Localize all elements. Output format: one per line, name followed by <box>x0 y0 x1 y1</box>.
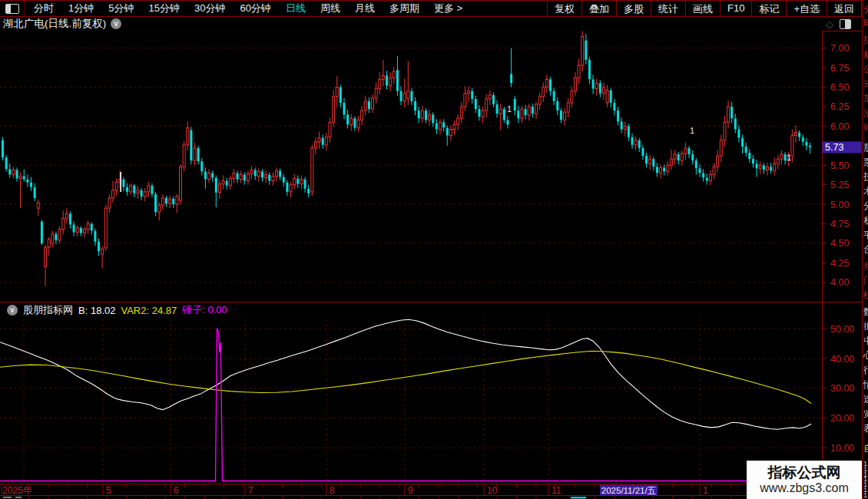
clipped-text-fragment: 术 <box>863 187 868 196</box>
right-side-panel-edge[interactable]: 分时指标公式加油站股票技术分析平台热门榜数据中心行情速览表自1111111 <box>862 0 868 499</box>
svg-text:50.00: 50.00 <box>830 324 854 335</box>
clipped-text-fragment: 油 <box>863 108 868 117</box>
svg-text:7: 7 <box>248 485 253 496</box>
period-tab[interactable]: 周线 <box>320 2 340 15</box>
toolbar-button[interactable]: F10 <box>720 1 751 16</box>
toolbar-button[interactable]: 标记 <box>751 1 786 16</box>
period-tab[interactable]: 1分钟 <box>68 2 94 15</box>
indicator-value-var2: VAR2: 24.87 <box>121 305 177 316</box>
clipped-text-fragment: 标 <box>863 50 868 59</box>
toolbar-button[interactable]: +自选 <box>786 1 827 16</box>
svg-text:1: 1 <box>787 153 791 162</box>
panes-icon <box>5 4 19 14</box>
toolbar-button[interactable]: 复权 <box>547 1 581 16</box>
period-tab[interactable]: 5分钟 <box>108 2 134 15</box>
main-chart-panel[interactable] <box>0 31 822 302</box>
svg-text:1: 1 <box>703 485 708 496</box>
toolbar-button[interactable]: 画线 <box>685 1 720 16</box>
clipped-text-fragment: 时 <box>863 18 868 28</box>
layout-toggle-button[interactable] <box>0 1 25 16</box>
corner-icons: ◇ <box>826 19 862 29</box>
svg-text:4.25: 4.25 <box>830 258 849 269</box>
toolbar-button[interactable]: 叠加 <box>581 1 616 16</box>
svg-text:20.00: 20.00 <box>830 413 854 424</box>
svg-text:4.50: 4.50 <box>830 238 849 249</box>
chevron-down-icon[interactable]: ∨ <box>111 18 121 29</box>
clipped-text-fragment: 票 <box>863 157 868 167</box>
svg-text:6.25: 6.25 <box>830 101 849 112</box>
date-axis: 2025年56789101112025/11/21/五 <box>2 484 809 496</box>
price-axis: 7.006.756.506.256.005.755.505.255.004.75… <box>822 43 862 288</box>
panel-layout-icon[interactable] <box>840 19 851 29</box>
clipped-text-fragment: 中 <box>863 336 868 345</box>
chart-title: 湖北广电(日线.前复权) <box>0 17 106 31</box>
period-tab[interactable]: 60分钟 <box>240 2 270 15</box>
clipped-text-fragment: 加 <box>863 94 868 103</box>
indicator-axis: 50.0040.0030.0020.0010.00 <box>822 324 854 454</box>
clipped-text-fragment: 式 <box>863 79 868 88</box>
bottom-cutoff-row <box>3 497 848 499</box>
toolbar-button[interactable]: 统计 <box>651 1 685 16</box>
clipped-text-fragment: 据 <box>863 322 868 331</box>
watermark: 指标公式网 www.zbgs3.com <box>747 461 862 499</box>
clipped-text-fragment: 分 <box>863 201 868 210</box>
clipped-text-fragment: 情 <box>863 380 868 389</box>
svg-text:1: 1 <box>507 104 512 114</box>
svg-text:6.50: 6.50 <box>830 82 849 93</box>
period-tab[interactable]: 更多 > <box>434 2 462 15</box>
clipped-text-fragment: 技 <box>863 172 868 181</box>
period-tab[interactable]: 分时 <box>34 2 54 15</box>
period-tab[interactable]: 多周期 <box>389 2 419 15</box>
svg-text:5.50: 5.50 <box>830 160 849 171</box>
chart-canvas[interactable]: 1117.006.756.506.256.005.755.505.255.004… <box>0 0 868 499</box>
svg-text:4.75: 4.75 <box>830 219 849 230</box>
period-tab[interactable]: 月线 <box>355 2 375 15</box>
period-menu: 分时1分钟5分钟15分钟30分钟60分钟日线周线月线多周期更多 > <box>25 1 462 16</box>
clipped-text-fragment: 自 <box>863 444 868 453</box>
watermark-url: www.zbgs3.com <box>760 481 849 495</box>
top-toolbar: 分时1分钟5分钟15分钟30分钟60分钟日线周线月线多周期更多 > 复权叠加多股… <box>0 0 868 17</box>
indicator-collapse-icon[interactable]: ∨ <box>7 305 18 316</box>
actions-menu: 复权叠加多股统计画线F10标记+自选返回 <box>547 1 862 16</box>
svg-text:8: 8 <box>330 485 335 496</box>
indicator-value-b: B: 18.02 <box>78 305 115 316</box>
clipped-text-fragment: 析 <box>863 216 868 225</box>
clipped-text-fragment: 门 <box>863 276 868 285</box>
toolbar-button[interactable]: 多股 <box>616 1 651 16</box>
title-bar: 湖北广电(日线.前复权) ∨ ◇ <box>0 17 862 31</box>
period-tab[interactable]: 30分钟 <box>194 2 225 15</box>
svg-text:30.00: 30.00 <box>830 383 854 394</box>
clipped-text-fragment: 览 <box>863 409 868 418</box>
svg-text:6.00: 6.00 <box>830 121 849 132</box>
svg-text:2025年: 2025年 <box>2 485 32 496</box>
watermark-site-name: 指标公式网 <box>768 464 841 481</box>
svg-text:11: 11 <box>552 485 562 496</box>
clipped-text-fragment: 数 <box>863 307 868 316</box>
clipped-text-fragment: 心 <box>863 351 868 360</box>
svg-text:10: 10 <box>487 485 498 496</box>
clipped-text-fragment: 分 <box>863 5 868 14</box>
indicator-panel[interactable] <box>0 302 822 484</box>
indicator-name: 股朋指标网 <box>23 303 73 317</box>
app-window: { "window": { "title": "湖北广电(日线.前复权)" },… <box>0 0 868 499</box>
svg-text:6.75: 6.75 <box>830 63 849 74</box>
svg-text:7.00: 7.00 <box>830 43 849 54</box>
clipped-text-fragment: 榜 <box>863 290 868 299</box>
clipped-text-fragment: 表 <box>863 424 868 433</box>
period-tab[interactable]: 15分钟 <box>148 2 179 15</box>
clipped-text-fragment: 热 <box>863 261 868 270</box>
clipped-text-fragment: 平 <box>863 230 868 240</box>
svg-text:40.00: 40.00 <box>830 354 854 365</box>
period-tab[interactable]: 日线 <box>286 2 306 15</box>
svg-text:6: 6 <box>174 485 179 496</box>
clipped-text-fragment: 行 <box>863 365 868 375</box>
last-price-label: 5.73 <box>825 142 843 153</box>
clipped-text-fragment: 1 <box>863 492 867 499</box>
clipped-text-fragment: 股 <box>863 143 868 152</box>
clipped-text-fragment: 公 <box>863 64 868 74</box>
toolbar-button[interactable]: 返回 <box>827 1 862 16</box>
svg-text:10.00: 10.00 <box>830 443 854 454</box>
diamond-icon[interactable]: ◇ <box>826 19 833 29</box>
clipped-text-fragment: 指 <box>863 35 868 45</box>
svg-text:9: 9 <box>408 485 413 496</box>
